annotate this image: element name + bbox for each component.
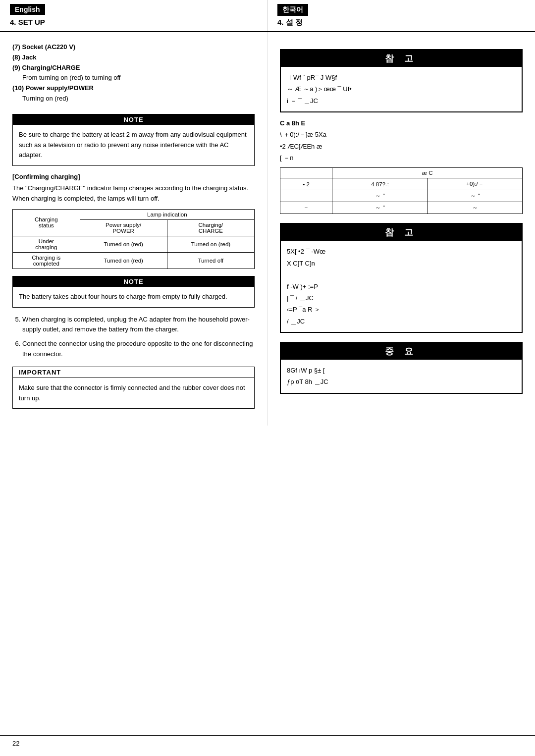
korean-charging-table: æ C • 2 4 87?-: +0):/－ ～ " ～ " － ～ " ～ xyxy=(280,167,523,214)
table-cell-completed-charge: Turned off xyxy=(167,252,254,269)
k-note-body-1: ｌWf ` pR¯ J W§f ～ Æ ～a )＞œœ ¯ Uf• i － ¯ … xyxy=(281,67,522,111)
k-table-row1-c3: ～ " xyxy=(428,190,523,202)
header-left: English 4. SET UP xyxy=(0,0,268,31)
k-table-row1-c2: ～ " xyxy=(332,190,428,202)
numbered-list: When charging is completed, unplug the A… xyxy=(12,315,255,360)
intro-item-8: (8) Jack xyxy=(12,53,255,63)
sub1-lines: \ ＋0):/－]æ 5Xa •2 ÆC[ÆEh æ [ －n xyxy=(280,129,523,163)
important-body: Make sure that the connector is firmly c… xyxy=(13,378,254,409)
note-body-2: The battery takes about four hours to ch… xyxy=(13,287,254,307)
page-number: 22 xyxy=(12,740,19,747)
important-box: IMPORTANT Make sure that the connector i… xyxy=(12,367,255,409)
table-cell-charge-header: Charging/CHARGE xyxy=(167,219,254,236)
confirming-section: [Confirming charging] The "Charging/CHAR… xyxy=(12,173,255,269)
k-table-col3: +0):/－ xyxy=(428,178,523,190)
k-note-line2: ～ Æ ～a )＞œœ ¯ Uf• xyxy=(287,83,516,95)
intro-list: (7) Socket (AC220 V) (8) Jack (9) Chargi… xyxy=(12,42,255,104)
k-table-empty xyxy=(280,168,332,178)
right-column: 참 고 ｌWf ` pR¯ J W§f ～ Æ ～a )＞œœ ¯ Uf• i … xyxy=(268,32,535,426)
table-cell-lamp-header: Lamp indication xyxy=(80,209,254,219)
k-note2-line5: ‹=P ¯a R ＞ xyxy=(287,304,516,315)
page-wrapper: English 4. SET UP 한국어 4. 설 정 (7) Socket … xyxy=(0,0,535,756)
intro-item-10-sub: Turning on (red) xyxy=(22,94,255,104)
sub1-line1: \ ＋0):/－]æ 5Xa xyxy=(280,129,523,140)
k-table-row1-c1 xyxy=(280,190,332,202)
intro-item-9-sub: From turning on (red) to turning off xyxy=(22,73,255,83)
table-cell-completed-power: Turned on (red) xyxy=(80,252,167,269)
k-note2-line2: X C]T C]n xyxy=(287,258,516,269)
note-text-2: The battery takes about four hours to ch… xyxy=(19,292,248,302)
ki-body: 8Gf ıW p §± [ ƒp ¤T 8h ＿JC xyxy=(281,360,522,393)
footer: 22 xyxy=(0,735,535,751)
numbered-item-5: When charging is completed, unplug the A… xyxy=(22,315,255,335)
korean-subsection-1: C a 8h E xyxy=(280,119,523,127)
table-cell-power-header: Power supply/POWER xyxy=(80,219,167,236)
ki-line1: 8Gf ıW p §± [ xyxy=(287,365,516,376)
numbered-item-6: Connect the connector using the procedur… xyxy=(22,339,255,360)
note-header-1: NOTE xyxy=(13,114,254,125)
k-note2-line6: / ＿JC xyxy=(287,316,516,327)
k-note2-line3: f -W )+ :=P xyxy=(287,281,516,292)
table-cell-completed-status: Charging iscompleted xyxy=(13,252,80,269)
table-cell-status-header: Chargingstatus xyxy=(13,209,80,236)
confirming-title: [Confirming charging] xyxy=(12,173,255,180)
k-note2-line4: | ¯ / ＿JC xyxy=(287,292,516,304)
k-table-row2-c1: － xyxy=(280,202,332,214)
note-header-2: NOTE xyxy=(13,276,254,287)
note-box-2: NOTE The battery takes about four hours … xyxy=(12,276,255,308)
table-cell-under-charge: Turned on (red) xyxy=(167,236,254,252)
korean-lang-badge: 한국어 xyxy=(277,4,308,16)
english-lang-badge: English xyxy=(10,4,45,15)
note-body-1: Be sure to charge the battery at least 2… xyxy=(13,125,254,165)
note-text-1: Be sure to charge the battery at least 2… xyxy=(19,130,248,161)
korean-note-box-2: 참 고 5X[ •2 ¯ -Wœ X C]T C]n f -W )+ :=P |… xyxy=(280,223,523,333)
ki-line2: ƒp ¤T 8h ＿JC xyxy=(287,376,516,387)
k-table-bullet2: • 2 xyxy=(280,178,332,190)
k-note-header-1: 참 고 xyxy=(281,50,522,67)
k-table-ae-header: æ C xyxy=(332,168,523,178)
korean-important-box: 중 요 8Gf ıW p §± [ ƒp ¤T 8h ＿JC xyxy=(280,342,523,394)
intro-item-9: (9) Charging/CHARGE xyxy=(12,63,255,73)
left-column: (7) Socket (AC220 V) (8) Jack (9) Chargi… xyxy=(0,32,268,426)
sub1-line2: •2 ÆC[ÆEh æ xyxy=(280,141,523,152)
k-note-header-2: 참 고 xyxy=(281,224,522,241)
important-text: Make sure that the connector is firmly c… xyxy=(19,383,248,404)
header-right: 한국어 4. 설 정 xyxy=(268,0,535,31)
section-title-left: 4. SET UP xyxy=(10,18,257,26)
k-table-row2-c3: ～ xyxy=(428,202,523,214)
ki-header: 중 요 xyxy=(281,343,522,360)
header: English 4. SET UP 한국어 4. 설 정 xyxy=(0,0,535,32)
k-note-body-2: 5X[ •2 ¯ -Wœ X C]T C]n f -W )+ :=P | ¯ /… xyxy=(281,241,522,332)
table-cell-under-power: Turned on (red) xyxy=(80,236,167,252)
main-content: (7) Socket (AC220 V) (8) Jack (9) Chargi… xyxy=(0,32,535,426)
k-note-line1: ｌWf ` pR¯ J W§f xyxy=(287,72,516,83)
k-note-line3: i － ¯ ＿JC xyxy=(287,95,516,107)
important-header: IMPORTANT xyxy=(13,367,254,378)
charging-table: Chargingstatus Lamp indication Power sup… xyxy=(12,209,255,269)
intro-item-7: (7) Socket (AC220 V) xyxy=(12,42,255,53)
korean-note-box-1: 참 고 ｌWf ` pR¯ J W§f ～ Æ ～a )＞œœ ¯ Uf• i … xyxy=(280,49,523,112)
table-cell-under-charging: Undercharging xyxy=(13,236,80,252)
section-title-right: 4. 설 정 xyxy=(277,18,525,27)
k-table-col2: 4 87?-: xyxy=(332,178,428,190)
confirming-para: The "Charging/CHARGE" indicator lamp cha… xyxy=(12,183,255,204)
note-box-1: NOTE Be sure to charge the battery at le… xyxy=(12,114,255,166)
intro-item-10: (10) Power supply/POWER xyxy=(12,83,255,94)
k-note2-line1: 5X[ •2 ¯ -Wœ xyxy=(287,246,516,257)
sub1-line3: [ －n xyxy=(280,152,523,163)
k-table-row2-c2: ～ " xyxy=(332,202,428,214)
